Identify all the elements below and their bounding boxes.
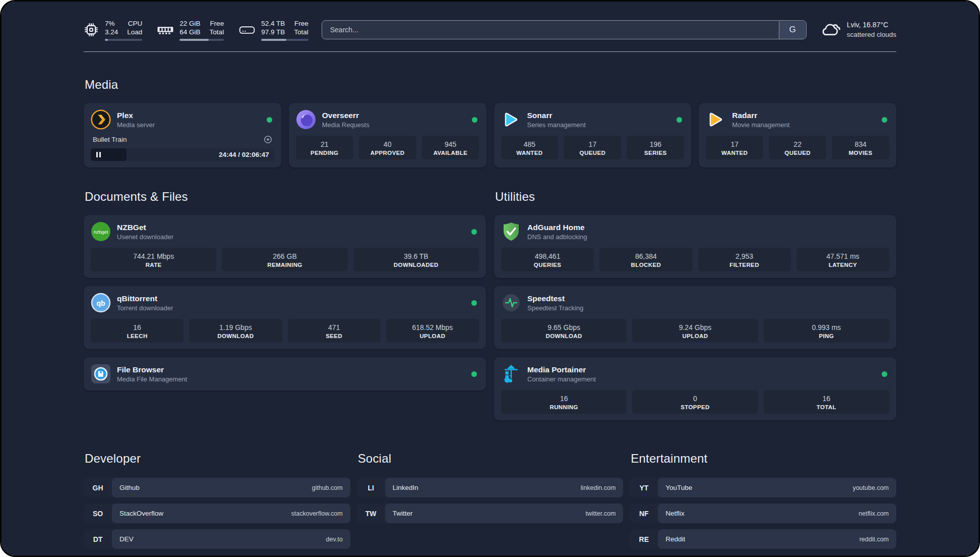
bookmark-abbr: NF — [630, 504, 658, 523]
qbittorrent-icon: qb — [91, 293, 111, 313]
app-card-radarr[interactable]: Radarr Movie management 17 WANTED 22 QUE… — [699, 103, 896, 168]
bookmark-group-social: Social LI LinkedIn linkedin.com TW Twitt… — [357, 452, 624, 555]
app-card-plex[interactable]: Plex Media server Bullet Train — [84, 103, 281, 168]
app-description: DNS and adblocking — [527, 233, 587, 241]
status-online-dot — [471, 229, 477, 235]
bookmark-linkedin[interactable]: LI LinkedIn linkedin.com — [357, 478, 624, 497]
stat-box: 618.52 Mbps UPLOAD — [386, 319, 479, 343]
search-input[interactable] — [322, 20, 807, 39]
bookmark-domain: linkedin.com — [581, 484, 616, 491]
app-name: qBittorrent — [117, 294, 173, 304]
bookmark-name: DEV — [119, 535, 134, 543]
stat-box: 485 WANTED — [501, 136, 559, 159]
memory-progress-bar — [179, 39, 224, 41]
svg-text:nzbget: nzbget — [94, 229, 108, 235]
app-name: File Browser — [117, 365, 187, 375]
app-card-adguard[interactable]: AdGuard Home DNS and adblocking 498,461 … — [494, 215, 896, 278]
bookmark-netflix[interactable]: NF Netflix netflix.com — [630, 504, 896, 523]
header-divider — [84, 51, 896, 52]
memory-total-value: 64 GiB — [179, 28, 200, 36]
playback-progress-bar[interactable]: 24:44 / 02:06:47 — [91, 148, 274, 161]
stat-box: 40 APPROVED — [359, 136, 416, 159]
svg-text:qb: qb — [96, 299, 105, 307]
bookmark-abbr: LI — [357, 478, 385, 497]
stat-box: 0 STOPPED — [632, 390, 758, 414]
status-online-dot — [471, 300, 477, 306]
bookmark-youtube[interactable]: YT YouTube youtube.com — [630, 478, 896, 497]
radarr-icon — [706, 109, 726, 130]
pause-icon — [96, 152, 101, 157]
stat-box: 471 SEED — [288, 319, 381, 343]
stat-box: 1.19 Gbps DOWNLOAD — [189, 319, 282, 343]
app-card-overseerr[interactable]: Overseerr Media Requests 21 PENDING 40 A… — [289, 103, 486, 168]
stat-box: 16 LEECH — [91, 319, 183, 343]
stat-box: 196 SERIES — [627, 136, 684, 159]
stat-box: 16 TOTAL — [764, 390, 889, 414]
bookmark-domain: twitter.com — [586, 510, 616, 517]
stat-box: 744.21 Mbps RATE — [91, 248, 216, 271]
memory-free-label: Free — [210, 19, 224, 28]
bookmark-name: YouTube — [665, 484, 692, 491]
app-description: Container management — [527, 375, 596, 383]
bookmark-domain: reddit.com — [860, 536, 889, 543]
app-name: Plex — [117, 110, 155, 121]
app-card-sonarr[interactable]: Sonarr Series management 485 WANTED 17 Q… — [494, 103, 692, 168]
stat-box: 86,384 BLOCKED — [599, 248, 692, 271]
search-box: G — [322, 20, 807, 39]
section-title-entertainment: Entertainment — [631, 452, 896, 466]
status-online-dot — [472, 117, 477, 123]
disk-total-value: 97.9 TB — [261, 28, 285, 36]
bookmark-reddit[interactable]: RE Reddit reddit.com — [630, 529, 896, 549]
sonarr-icon — [501, 109, 521, 130]
stat-box: 9.24 Gbps UPLOAD — [632, 319, 758, 343]
bookmark-abbr: GH — [84, 478, 112, 497]
portainer-icon — [501, 364, 521, 384]
app-card-portainer[interactable]: Media Portainer Container management 16 … — [494, 357, 896, 420]
disk-free-label: Free — [294, 19, 309, 28]
app-name: Sonarr — [527, 110, 586, 121]
nzbget-icon: nzbget — [91, 221, 111, 242]
stat-box: 2,953 FILTERED — [698, 248, 791, 271]
stat-box: 9.65 Gbps DOWNLOAD — [501, 319, 627, 343]
bookmark-domain: youtube.com — [852, 484, 889, 491]
app-name: Speedtest — [527, 294, 583, 304]
app-card-filebrowser[interactable]: File Browser Media File Management — [84, 357, 486, 391]
stat-box: 834 MOVIES — [832, 136, 889, 159]
stat-box: 21 PENDING — [296, 136, 353, 159]
ram-icon — [157, 24, 173, 36]
search-engine-button[interactable]: G — [779, 21, 806, 39]
section-title-developer: Developer — [85, 452, 350, 466]
utilities-column: Utilities — [494, 190, 896, 420]
section-title-social: Social — [358, 452, 624, 466]
bookmark-name: Netflix — [665, 510, 685, 517]
weather-condition: scattered clouds — [847, 30, 896, 39]
bookmark-dev[interactable]: DT DEV dev.to — [84, 529, 350, 549]
playback-time: 24:44 / 02:06:47 — [219, 148, 269, 161]
stat-box: 17 WANTED — [706, 136, 763, 159]
status-online-dot — [471, 371, 477, 377]
app-card-qbittorrent[interactable]: qb qBittorrent Torrent downloader 16 LEE… — [84, 286, 486, 349]
status-online-dot — [882, 371, 887, 377]
bookmark-group-entertainment: Entertainment YT YouTube youtube.com NF … — [630, 452, 896, 555]
system-metrics: 7% CPU 3.24 Load — [84, 19, 309, 41]
status-online-dot — [267, 117, 272, 123]
app-name: NZBGet — [117, 222, 173, 233]
bookmark-abbr: DT — [84, 529, 112, 549]
bookmark-name: Github — [119, 484, 140, 491]
stat-box: 16 RUNNING — [501, 390, 627, 414]
app-card-speedtest[interactable]: Speedtest Speedtest Tracking 9.65 Gbps D… — [494, 286, 896, 349]
weather-widget: Lviv, 16.87°C scattered clouds — [820, 20, 896, 39]
bookmark-github[interactable]: GH Github github.com — [84, 478, 350, 497]
bookmark-stackoverflow[interactable]: SO StackOverflow stackoverflow.com — [84, 504, 350, 523]
bookmark-domain: stackoverflow.com — [291, 510, 343, 517]
bookmark-twitter[interactable]: TW Twitter twitter.com — [357, 504, 624, 523]
app-description: Media File Management — [117, 375, 187, 383]
cpu-load-value: 3.24 — [105, 28, 118, 36]
app-card-nzbget[interactable]: nzbget NZBGet Usenet downloader 744.21 M… — [84, 215, 486, 278]
dashboard: 7% CPU 3.24 Load — [2, 2, 978, 555]
bookmark-group-developer: Developer GH Github github.com SO StackO… — [84, 452, 350, 555]
cpu-metric: 7% CPU 3.24 Load — [84, 19, 142, 41]
memory-metric: 22 GiB Free 64 GiB Total — [157, 19, 224, 41]
bookmark-domain: netflix.com — [859, 510, 889, 517]
disk-total-label: Total — [294, 28, 309, 36]
